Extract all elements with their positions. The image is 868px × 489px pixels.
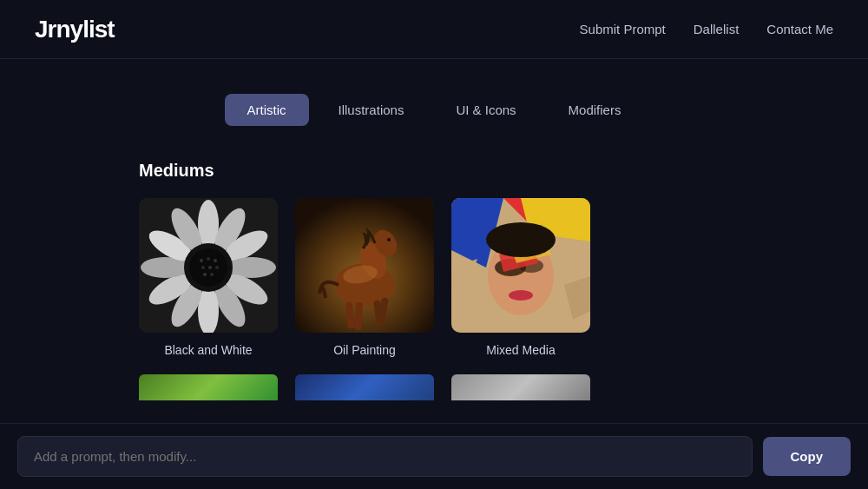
svg-point-40 [509, 290, 533, 301]
partial-card-1 [139, 374, 278, 400]
copy-button[interactable]: Copy [763, 437, 852, 476]
oil-horse-svg [295, 198, 434, 333]
partial-cards-row [139, 374, 729, 400]
partial-card-2-image [295, 374, 434, 400]
section-mediums-title: Mediums [139, 161, 729, 181]
main-content: Artistic Illustrations UI & Icons Modifi… [0, 59, 868, 400]
tab-artistic[interactable]: Artistic [225, 94, 309, 126]
svg-point-20 [215, 266, 219, 269]
svg-point-17 [214, 259, 217, 262]
logo: Jrnylist [35, 16, 115, 43]
mediums-section: Mediums [139, 161, 729, 400]
cards-grid: Black and White [139, 198, 729, 357]
card-bw[interactable]: Black and White [139, 198, 278, 357]
svg-point-19 [208, 266, 212, 269]
tab-ui-icons[interactable]: UI & Icons [433, 94, 538, 126]
partial-card-3 [451, 374, 590, 400]
card-mixed[interactable]: Mixed Media [451, 198, 590, 357]
svg-point-45 [486, 222, 556, 257]
card-bw-image [139, 198, 278, 333]
navbar-links: Submit Prompt Dallelist Contact Me [580, 22, 833, 36]
card-oil[interactable]: Oil Painting [295, 198, 434, 357]
svg-point-15 [200, 259, 203, 262]
prompt-bar: Copy [0, 423, 868, 489]
card-oil-image [295, 198, 434, 333]
dallelist-link[interactable]: Dallelist [694, 22, 740, 36]
navbar: Jrnylist Submit Prompt Dallelist Contact… [0, 0, 868, 59]
svg-point-22 [210, 273, 214, 276]
submit-prompt-link[interactable]: Submit Prompt [580, 22, 666, 36]
partial-card-1-image [139, 374, 278, 400]
svg-point-18 [201, 266, 205, 269]
bw-sunflower-svg [139, 198, 278, 333]
tab-modifiers[interactable]: Modifiers [546, 94, 644, 126]
tabs-container: Artistic Illustrations UI & Icons Modifi… [139, 94, 729, 126]
svg-point-21 [203, 273, 207, 276]
partial-card-2 [295, 374, 434, 400]
card-mixed-image [451, 198, 590, 333]
mixed-media-svg [451, 198, 590, 333]
card-mixed-label: Mixed Media [486, 343, 555, 357]
card-bw-label: Black and White [164, 343, 252, 357]
svg-point-31 [387, 238, 391, 241]
card-oil-label: Oil Painting [333, 343, 396, 357]
svg-rect-28 [354, 302, 363, 330]
svg-point-16 [207, 257, 210, 261]
partial-card-3-image [451, 374, 590, 400]
prompt-input[interactable] [17, 436, 753, 477]
contact-me-link[interactable]: Contact Me [766, 22, 833, 36]
tab-illustrations[interactable]: Illustrations [316, 94, 427, 126]
